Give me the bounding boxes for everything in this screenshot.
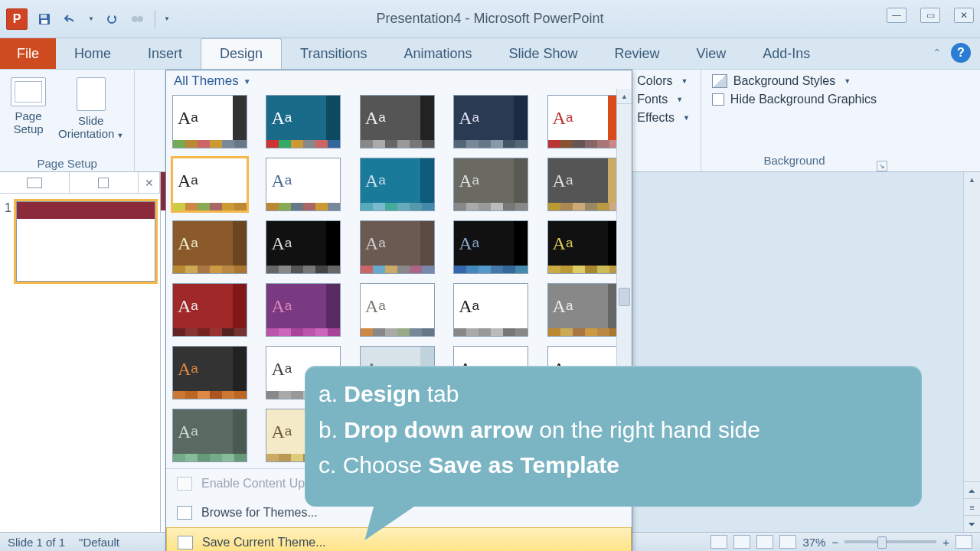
tab-add-ins[interactable]: Add-Ins <box>744 38 828 69</box>
ribbon-tabs: File HomeInsertDesignTransitionsAnimatio… <box>0 38 980 69</box>
callout-line-a: a. Design tab <box>318 377 908 412</box>
checkbox-icon <box>712 93 724 106</box>
gallery-header[interactable]: All Themes ▼ <box>166 70 632 92</box>
qat-unknown-icon[interactable] <box>129 10 147 28</box>
theme-t18[interactable]: Aa <box>360 283 435 337</box>
maximize-button[interactable]: ▭ <box>920 8 940 23</box>
slideshow-view-button[interactable] <box>779 535 796 549</box>
theme-t11[interactable]: Aa <box>172 220 247 274</box>
normal-view-button[interactable] <box>710 535 727 549</box>
theme-t10[interactable]: Aa <box>547 158 622 211</box>
theme-t8[interactable]: Aa <box>360 158 435 211</box>
next-slide-button[interactable]: ⏷ <box>964 515 980 532</box>
slide-orientation-icon <box>77 77 106 111</box>
enable-updates-icon <box>177 477 192 491</box>
outline-tab[interactable] <box>70 172 139 193</box>
theme-t1[interactable]: Aa <box>172 95 247 148</box>
browse-themes-label: Browse for Themes... <box>201 506 318 520</box>
undo-icon[interactable] <box>61 10 80 28</box>
slide-thumbnail-1[interactable]: 1 <box>0 194 160 289</box>
scroll-thumb[interactable] <box>619 288 630 306</box>
slides-tab-icon <box>27 178 42 188</box>
title-bar: P ▼ ▼ Presentation4 - Microsoft PowerPoi… <box>0 0 980 38</box>
save-icon[interactable] <box>35 10 54 28</box>
tab-animations[interactable]: Animations <box>385 38 490 69</box>
theme-t26[interactable]: Aa <box>172 409 247 462</box>
zoom-in-button[interactable]: + <box>942 536 949 549</box>
slide-thumb <box>16 201 155 282</box>
outline-tab-icon <box>98 178 109 188</box>
hide-background-checkbox[interactable]: Hide Background Graphics <box>712 93 877 106</box>
collapse-ribbon-icon[interactable]: ⌃ <box>933 47 942 59</box>
background-styles-icon <box>712 74 727 88</box>
tab-transitions[interactable]: Transitions <box>282 38 385 69</box>
powerpoint-icon[interactable]: P <box>6 8 28 30</box>
theme-t7[interactable]: Aa <box>266 158 341 211</box>
save-theme-label: Save Current Theme... <box>202 536 326 549</box>
theme-t6[interactable]: Aa <box>172 158 247 211</box>
panel-close-button[interactable]: ✕ <box>139 172 160 193</box>
slide-orientation-button[interactable]: Slide Orientation▼ <box>55 74 126 144</box>
page-setup-icon <box>11 77 46 106</box>
quick-access-toolbar: P ▼ ▼ <box>0 8 171 30</box>
tab-home[interactable]: Home <box>56 38 129 69</box>
ribbon: Page Setup Slide Orientation▼ Page Setup… <box>0 69 980 172</box>
theme-t21[interactable]: Aa <box>172 346 247 399</box>
prev-slide-button[interactable]: ⏶ <box>964 481 980 498</box>
slide-number: 1 <box>5 201 11 282</box>
theme-t12[interactable]: Aa <box>266 220 341 274</box>
tab-slide-show[interactable]: Slide Show <box>491 38 596 69</box>
undo-dropdown[interactable]: ▼ <box>87 10 95 28</box>
tab-design[interactable]: Design <box>201 38 282 69</box>
fit-to-window-button[interactable] <box>956 535 972 549</box>
theme-t4[interactable]: Aa <box>453 95 528 148</box>
theme-t9[interactable]: Aa <box>453 158 528 211</box>
svg-rect-1 <box>41 15 47 18</box>
slide-panel: ✕ 1 <box>0 172 161 532</box>
svg-point-5 <box>137 16 143 22</box>
tab-view[interactable]: View <box>678 38 745 69</box>
theme-t19[interactable]: Aa <box>453 283 528 337</box>
zoom-slider[interactable] <box>844 540 936 543</box>
page-setup-button[interactable]: Page Setup <box>8 74 49 144</box>
zoom-out-button[interactable]: − <box>831 536 838 549</box>
sorter-view-button[interactable] <box>733 535 750 549</box>
background-styles-button[interactable]: Background Styles▼ <box>712 74 877 88</box>
colors-label: Colors <box>637 74 672 88</box>
redo-icon[interactable] <box>103 10 121 28</box>
theme-t16[interactable]: Aa <box>172 283 247 337</box>
qat-customize-dropdown[interactable]: ▼ <box>163 10 171 28</box>
theme-t5[interactable]: Aa <box>547 95 622 148</box>
close-button[interactable]: ✕ <box>954 8 974 23</box>
window-controls: — ▭ ✕ <box>887 8 974 23</box>
instruction-callout: a. Design tab b. Drop down arrow on the … <box>305 366 922 507</box>
background-styles-label: Background Styles <box>733 74 835 88</box>
scroll-up-button[interactable]: ▲ <box>964 172 980 187</box>
minimize-button[interactable]: — <box>887 8 906 23</box>
tab-file[interactable]: File <box>0 38 56 69</box>
help-icon[interactable]: ? <box>951 43 971 63</box>
tab-insert[interactable]: Insert <box>129 38 201 69</box>
theme-t15[interactable]: Aa <box>547 220 622 274</box>
page-setup-label: Page Setup <box>13 109 43 136</box>
dialog-launcher-icon[interactable]: ↘ <box>877 161 887 171</box>
scroll-up-icon[interactable]: ▲ <box>617 89 632 104</box>
browse-themes-icon <box>177 506 192 520</box>
slide-orientation-label: Slide Orientation▼ <box>58 114 123 141</box>
theme-t3[interactable]: Aa <box>360 95 435 148</box>
vertical-scrollbar[interactable]: ▲ ⏶ ≡ ⏷ <box>963 172 980 532</box>
slides-tab[interactable] <box>0 172 70 193</box>
theme-t17[interactable]: Aa <box>266 283 341 337</box>
reading-view-button[interactable] <box>756 535 773 549</box>
theme-t14[interactable]: Aa <box>453 220 528 274</box>
tab-review[interactable]: Review <box>596 38 678 69</box>
callout-line-b: b. Drop down arrow on the right hand sid… <box>318 412 908 448</box>
slide-thumb-header <box>17 202 155 219</box>
gallery-header-label: All Themes <box>174 73 239 89</box>
theme-t2[interactable]: Aa <box>266 95 341 148</box>
save-theme-icon <box>178 536 193 549</box>
theme-t20[interactable]: Aa <box>547 283 622 337</box>
page-setup-group-label: Page Setup <box>8 155 126 170</box>
nav-menu-button[interactable]: ≡ <box>964 498 980 515</box>
theme-t13[interactable]: Aa <box>360 220 435 274</box>
